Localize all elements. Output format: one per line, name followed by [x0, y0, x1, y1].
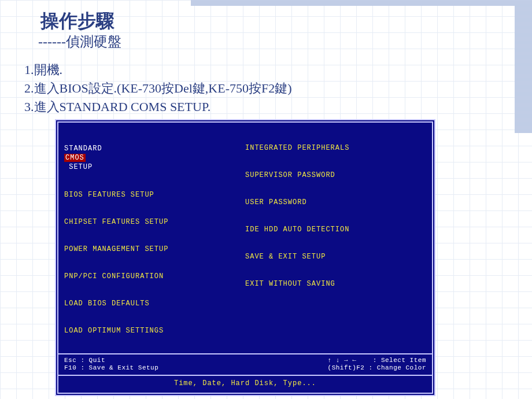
page-subtitle: ------偵測硬盤 [38, 32, 532, 51]
page-title: 操作步驟 [40, 12, 532, 31]
step-1: 1.開機. [24, 61, 532, 79]
step-3: 3.進入STANDARD COMS SETUP. [24, 98, 532, 116]
bios-hint: Time, Date, Hard Disk, Type... [58, 375, 432, 393]
menu-item-load-bios-defaults[interactable]: LOAD BIOS DEFAULTS [64, 299, 245, 309]
menu-item-load-optimum[interactable]: LOAD OPTIMUM SETTINGS [64, 326, 245, 336]
step-2: 2.進入BIOS設定.(KE-730按Del鍵,KE-750按F2鍵) [24, 80, 532, 97]
help-right: ↑ ↓ → ← : Select Item (Shift)F2 : Change… [328, 357, 426, 373]
menu-item-power-mgmt[interactable]: POWER MANAGEMENT SETUP [64, 245, 245, 254]
bios-menu-screenshot: STANDARD CMOS SETUP BIOS FEATURES SETUP … [55, 119, 435, 397]
menu-item-chipset-features[interactable]: CHIPSET FEATURES SETUP [64, 217, 245, 227]
menu-item-ide-auto-detect[interactable]: IDE HDD AUTO DETECTION [245, 225, 426, 235]
menu-item-bios-features[interactable]: BIOS FEATURES SETUP [64, 190, 245, 200]
help-left: Esc : Quit F10 : Save & Exit Setup [64, 357, 158, 373]
bios-help-bar: Esc : Quit F10 : Save & Exit Setup ↑ ↓ →… [58, 353, 432, 375]
bios-menu-right: INTEGRATED PERIPHERALS SUPERVISOR PASSWO… [245, 126, 426, 353]
menu-item-standard-cmos[interactable]: STANDARD CMOS SETUP [64, 143, 245, 173]
menu-item-user-pwd[interactable]: USER PASSWORD [245, 198, 426, 208]
bios-menu-left: STANDARD CMOS SETUP BIOS FEATURES SETUP … [64, 126, 245, 353]
menu-item-supervisor-pwd[interactable]: SUPERVISOR PASSWORD [245, 171, 426, 180]
menu-item-save-exit[interactable]: SAVE & EXIT SETUP [245, 252, 426, 262]
menu-item-integrated-periph[interactable]: INTEGRATED PERIPHERALS [245, 143, 426, 153]
menu-item-exit-no-save[interactable]: EXIT WITHOUT SAVING [245, 279, 426, 289]
menu-item-pnp-pci[interactable]: PNP/PCI CONFIGURATION [64, 272, 245, 282]
